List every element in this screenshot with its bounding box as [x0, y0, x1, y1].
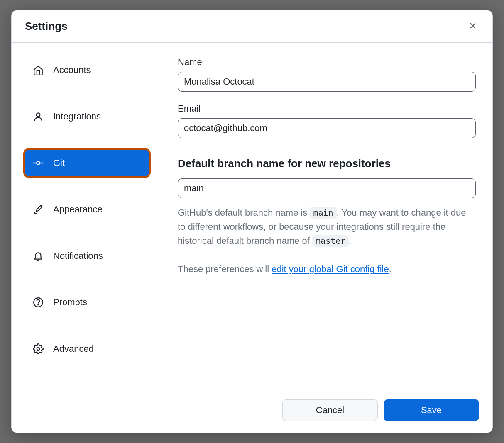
- edit-git-config-link[interactable]: edit your global Git config file: [272, 264, 389, 274]
- question-circle-icon: [32, 297, 44, 308]
- gear-icon: [32, 343, 44, 355]
- git-commit-icon: [32, 157, 44, 169]
- sidebar-item-notifications[interactable]: Notifications: [25, 243, 149, 269]
- sidebar-item-label: Notifications: [53, 251, 103, 261]
- sidebar-item-prompts-wrap: Prompts: [23, 287, 151, 317]
- dialog-title: Settings: [25, 20, 68, 33]
- svg-point-0: [37, 113, 40, 117]
- sidebar-item-label: Accounts: [53, 65, 91, 75]
- name-input[interactable]: [178, 72, 476, 92]
- help-text-segment: .: [389, 264, 391, 274]
- sidebar-item-accessibility-wrap: Accessibility: [23, 380, 151, 389]
- settings-panel-git: Name Email Default branch name for new r…: [161, 43, 492, 389]
- dialog-header: Settings: [12, 10, 492, 43]
- sidebar-item-integrations-wrap: Integrations: [23, 102, 151, 131]
- help-text-config: These preferences will edit your global …: [178, 262, 476, 276]
- help-text-segment: .: [349, 236, 351, 246]
- sidebar-item-git[interactable]: Git: [25, 150, 149, 176]
- name-label: Name: [178, 57, 476, 68]
- cancel-button[interactable]: Cancel: [282, 399, 378, 421]
- sidebar-item-notifications-wrap: Notifications: [23, 241, 151, 271]
- svg-point-5: [38, 304, 39, 305]
- default-branch-input[interactable]: [178, 178, 476, 198]
- code-main: main: [310, 207, 336, 219]
- help-text-segment: These preferences will: [178, 264, 272, 274]
- person-icon: [32, 111, 44, 122]
- help-text-branch: GitHub's default branch name is main. Yo…: [178, 206, 476, 248]
- sidebar-item-label: Integrations: [53, 111, 101, 122]
- email-input[interactable]: [178, 118, 476, 138]
- form-group-name: Name: [178, 57, 476, 92]
- sidebar-item-appearance-wrap: Appearance: [23, 195, 151, 224]
- sidebar-item-accessibility[interactable]: Accessibility: [25, 382, 149, 389]
- sidebar: Accounts Integrations Git: [12, 43, 161, 389]
- help-text-segment: GitHub's default branch name is: [178, 207, 310, 218]
- sidebar-item-prompts[interactable]: Prompts: [25, 289, 149, 316]
- settings-dialog: Settings Accounts: [11, 10, 493, 433]
- close-button[interactable]: [467, 19, 479, 33]
- sidebar-item-git-wrap: Git: [23, 148, 151, 178]
- sidebar-item-advanced-wrap: Advanced: [23, 334, 151, 364]
- code-master: master: [312, 235, 349, 247]
- sidebar-item-integrations[interactable]: Integrations: [25, 103, 149, 130]
- save-button[interactable]: Save: [384, 399, 479, 421]
- sidebar-item-label: Git: [53, 158, 65, 168]
- dialog-body: Accounts Integrations Git: [12, 43, 492, 389]
- form-group-email: Email: [178, 103, 476, 138]
- sidebar-item-appearance[interactable]: Appearance: [25, 196, 149, 223]
- bell-icon: [32, 250, 44, 262]
- sidebar-item-label: Prompts: [53, 297, 87, 308]
- sidebar-item-label: Appearance: [53, 204, 103, 215]
- svg-point-6: [37, 348, 40, 351]
- paintbrush-icon: [32, 204, 44, 215]
- sidebar-item-label: Advanced: [53, 343, 94, 354]
- default-branch-heading: Default branch name for new repositories: [178, 157, 476, 170]
- close-icon: [468, 21, 477, 32]
- email-label: Email: [178, 103, 476, 114]
- home-icon: [32, 64, 44, 76]
- sidebar-item-advanced[interactable]: Advanced: [25, 336, 149, 362]
- sidebar-item-accounts[interactable]: Accounts: [25, 57, 149, 83]
- sidebar-item-accounts-wrap: Accounts: [23, 55, 151, 85]
- dialog-footer: Cancel Save: [12, 389, 492, 433]
